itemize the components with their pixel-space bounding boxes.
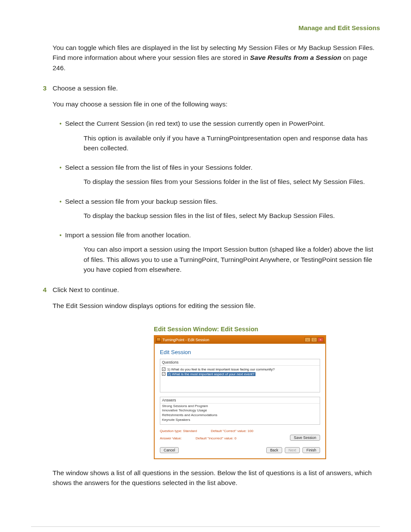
bullet-4: Import a session file from another locat… xyxy=(65,230,191,240)
step-4-number: 4 xyxy=(31,286,53,294)
answers-label: Answers xyxy=(160,397,320,404)
save-session-button[interactable]: Save Session xyxy=(290,435,320,441)
bullet-2: Select a session file from the list of f… xyxy=(65,162,252,172)
window-title: TurningPoint - Edit Session xyxy=(162,338,305,342)
bullet-2-sub: To display the session files from your S… xyxy=(84,177,380,187)
next-button: Next xyxy=(285,447,300,453)
bullet-3-sub: To display the backup session files in t… xyxy=(84,211,380,221)
step-4-sub: The Edit Session window displays options… xyxy=(53,301,380,311)
bullet-3: Select a session file from your backup s… xyxy=(65,196,218,206)
answer-item[interactable]: Keynote Speakers xyxy=(162,418,318,423)
step-3-lead: You may choose a session file in one of … xyxy=(53,99,380,109)
intro-paragraph: You can toggle which files are displayed… xyxy=(53,43,380,73)
after-figure-paragraph: The window shows a list of all questions… xyxy=(53,468,380,488)
answers-panel: Answers Strong Sessions and Program Inno… xyxy=(160,397,320,425)
bullet-icon: • xyxy=(53,164,65,171)
edit-session-window: TurningPoint - Edit Session – □ × Edit S… xyxy=(154,335,326,459)
questions-panel: Questions 1) What do you feel is the mos… xyxy=(160,359,320,392)
default-incorrect: Default "Incorrect" value: 0 xyxy=(196,436,237,440)
maximize-button[interactable]: □ xyxy=(311,337,317,342)
xref-save-results[interactable]: Save Results from a Session xyxy=(250,54,341,61)
checkbox-icon[interactable] xyxy=(162,372,165,376)
minimize-button[interactable]: – xyxy=(305,337,311,342)
step-3-number: 3 xyxy=(31,84,53,92)
answer-value: Answer Value: xyxy=(160,436,182,440)
question-row[interactable]: 1) What do you feel is the most importan… xyxy=(162,367,318,372)
titlebar: TurningPoint - Edit Session – □ × xyxy=(155,336,325,344)
page-footer: TurningPoint for Office 2003 User Guide … xyxy=(31,526,380,532)
page-header: Manage and Edit Sessions xyxy=(31,24,380,31)
bullet-4-sub: You can also import a session using the … xyxy=(84,244,380,274)
close-button[interactable]: × xyxy=(318,337,324,342)
app-icon xyxy=(156,338,161,342)
question-2-text: 2) What is the most important aspect of … xyxy=(167,372,255,376)
bullet-icon: • xyxy=(53,232,65,239)
checkbox-icon[interactable] xyxy=(162,367,165,371)
bullet-icon: • xyxy=(53,120,65,127)
cancel-button[interactable]: Cancel xyxy=(160,447,179,453)
default-correct: Default "Correct" value: 100 xyxy=(211,429,253,433)
answer-item[interactable]: Strong Sessions and Program xyxy=(162,404,318,409)
question-1-text: 1) What do you feel is the most importan… xyxy=(167,367,274,371)
question-type: Question type: Standard xyxy=(160,429,197,433)
finish-button[interactable]: Finish xyxy=(302,447,320,453)
back-button[interactable]: Back xyxy=(266,447,282,453)
question-row[interactable]: 2) What is the most important aspect of … xyxy=(162,372,318,376)
questions-label: Questions xyxy=(160,359,320,366)
panel-heading: Edit Session xyxy=(160,349,320,355)
step-4-title: Click Next to continue. xyxy=(53,285,119,295)
step-3-title: Choose a session file. xyxy=(53,83,118,93)
figure-caption: Edit Session Window: Edit Session xyxy=(154,326,380,333)
answer-item[interactable]: Innovative Technology Usage xyxy=(162,408,318,413)
bullet-icon: • xyxy=(53,198,65,205)
answer-item[interactable]: Refreshments and Accommodations xyxy=(162,413,318,418)
bullet-1-sub: This option is available only if you hav… xyxy=(84,133,380,153)
bullet-1: Select the Current Session (in red text)… xyxy=(65,118,325,128)
